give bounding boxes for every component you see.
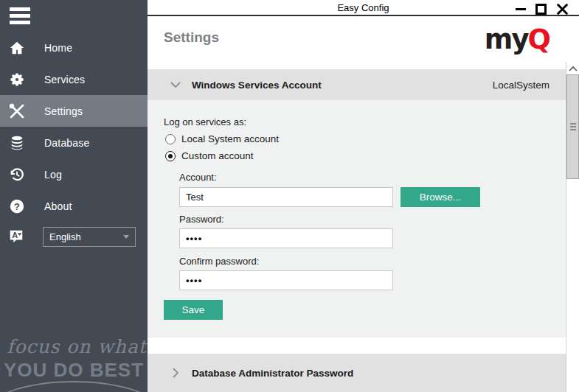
hamburger-icon[interactable] [10,7,30,24]
scroll-up-icon[interactable] [566,62,579,74]
sidebar-item-label: Settings [44,105,83,117]
chevron-right-icon [170,367,181,379]
page-title: Settings [164,29,219,46]
radio-label: Local System account [181,133,279,144]
sidebar-item-label: Database [44,137,90,149]
database-icon [8,134,26,152]
radio-custom-account[interactable]: Custom account [165,150,254,161]
close-icon[interactable] [556,3,569,15]
section-title: Database Administrator Password [192,368,353,379]
section-title: Windows Services Account [192,80,322,91]
radio-local-system-account[interactable]: Local System account [165,133,279,144]
section-value: LocalSystem [493,80,549,91]
logo-q: Q [528,24,549,55]
sidebar-item-label: Services [44,74,85,85]
watermark-line1: focus on what [6,336,148,357]
svg-text:?: ? [14,200,20,211]
sidebar: Home Services Settings Database Log ? Ab… [0,0,148,392]
sidebar-item-database[interactable]: Database [0,127,148,158]
language-row: A English [0,225,148,248]
titlebar: Easy Config [148,0,579,16]
scrollbar-thumb[interactable] [566,74,579,179]
sidebar-item-settings[interactable]: Settings [0,95,148,127]
svg-text:A: A [12,231,18,239]
watermark-line2: YOU DO BEST [0,359,148,382]
translate-icon: A [8,228,26,245]
confirm-password-label: Confirm password: [179,256,259,267]
help-icon: ? [8,197,26,215]
language-select[interactable]: English [43,227,136,247]
myq-logo: myQ [485,24,549,55]
logon-group-label: Log on services as: [164,116,246,127]
sidebar-item-about[interactable]: ? About [0,190,148,222]
language-selected: English [49,231,81,242]
main-area: Easy Config Settings myQ Windows Service… [148,0,579,392]
window-controls [515,3,569,15]
settings-content: Windows Services Account LocalSystem Log… [148,62,566,392]
windows-services-account-panel: Log on services as: Local System account… [148,100,566,337]
maximize-icon[interactable] [535,4,547,15]
logo-my: my [485,24,528,55]
radio-icon [165,134,176,144]
sidebar-item-label: Log [44,169,62,181]
home-icon [8,39,26,57]
minimize-icon[interactable] [515,3,526,15]
scrollbar-track[interactable] [566,62,579,392]
sidebar-item-home[interactable]: Home [0,32,148,63]
account-input[interactable] [179,187,393,207]
browse-button[interactable]: Browse... [401,187,480,207]
sidebar-item-services[interactable]: Services [0,63,148,95]
password-input[interactable] [179,228,393,248]
chevron-down-icon [123,235,129,239]
sidebar-item-log[interactable]: Log [0,158,148,190]
gear-icon [8,71,26,88]
section-database-administrator-password[interactable]: Database Administrator Password [148,354,566,392]
save-button[interactable]: Save [164,300,223,320]
section-windows-services-account[interactable]: Windows Services Account LocalSystem [148,69,566,100]
sidebar-item-label: Home [44,42,72,54]
account-label: Account: [179,172,217,183]
confirm-password-input[interactable] [179,270,393,290]
radio-label: Custom account [181,150,254,161]
tools-icon [8,102,26,120]
password-label: Password: [179,214,224,225]
page-header: Settings myQ [148,18,579,62]
chevron-down-icon [170,79,181,91]
history-icon [8,166,26,183]
sidebar-item-label: About [44,200,72,212]
scrollbar-grip-icon [570,123,576,125]
radio-icon [165,151,176,161]
